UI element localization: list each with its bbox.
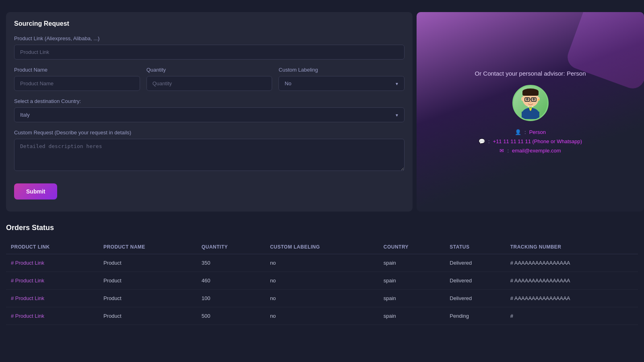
- product-name-group: Product Name: [14, 67, 140, 91]
- page-wrapper: Sourcing Request Product Link (Aliexpres…: [0, 0, 644, 362]
- svg-point-7: [533, 98, 535, 101]
- product-link-cell[interactable]: # Product Link: [11, 295, 44, 301]
- col-header-tracking-number: TRACKING NUMBER: [506, 240, 638, 254]
- cell-country: spain: [379, 307, 445, 325]
- advisor-email-label: :: [507, 148, 509, 154]
- custom-labeling-label: Custom Labeling: [279, 67, 405, 73]
- custom-request-group: Custom Request (Describe your request in…: [14, 130, 405, 172]
- svg-point-8: [530, 101, 531, 103]
- advisor-title: Or Contact your personal advisor: Person: [475, 70, 586, 77]
- col-header-country: COUNTRY: [379, 240, 445, 254]
- advisor-name-value: Person: [529, 129, 546, 135]
- orders-section: Orders Status PRODUCT LINK PRODUCT NAME …: [0, 216, 644, 333]
- advisor-phone-item: 💬 : +11 11 11 11 11 (Phone or Whatsapp): [479, 138, 582, 144]
- cell-country: spain: [379, 272, 445, 290]
- cell-status: Delivered: [445, 254, 505, 272]
- col-header-quantity: QUANTITY: [197, 240, 265, 254]
- submit-button[interactable]: Submit: [14, 183, 57, 200]
- mail-icon: ✉: [500, 148, 504, 154]
- custom-request-label: Custom Request (Describe your request in…: [14, 130, 405, 136]
- destination-country-group: Select a destination Country: Italy Spai…: [14, 98, 405, 122]
- product-link-label: Product Link (Aliexpress, Alibaba, ...): [14, 35, 405, 41]
- custom-labeling-select[interactable]: No Yes: [279, 76, 405, 91]
- orders-table-head: PRODUCT LINK PRODUCT NAME QUANTITY CUSTO…: [6, 240, 638, 254]
- svg-rect-2: [522, 91, 539, 96]
- orders-table-header-row: PRODUCT LINK PRODUCT NAME QUANTITY CUSTO…: [6, 240, 638, 254]
- cell-tracking-number: # AAAAAAAAAAAAAAAA: [506, 290, 638, 307]
- cell-quantity: 100: [197, 290, 265, 307]
- advisor-phone-value: +11 11 11 11 11 (Phone or Whatsapp): [493, 138, 582, 144]
- product-row: Product Name Quantity Custom Labeling No…: [14, 67, 405, 98]
- cell-product-name: Product: [99, 254, 197, 272]
- cell-status: Delivered: [445, 290, 505, 307]
- person-icon: 👤: [515, 129, 521, 135]
- advisor-panel: Or Contact your personal advisor: Person: [417, 12, 644, 212]
- advisor-email-item: ✉ : email@exemple.com: [500, 148, 561, 154]
- product-link-cell[interactable]: # Product Link: [11, 260, 44, 266]
- product-name-label: Product Name: [14, 67, 140, 73]
- product-link-cell[interactable]: # Product Link: [11, 313, 44, 319]
- cell-quantity: 460: [197, 272, 265, 290]
- col-header-product-name: PRODUCT NAME: [99, 240, 197, 254]
- cell-tracking-number: #: [506, 307, 638, 325]
- cell-product-name: Product: [99, 290, 197, 307]
- cell-quantity: 350: [197, 254, 265, 272]
- advisor-email-value: email@exemple.com: [512, 148, 561, 154]
- svg-point-9: [521, 97, 524, 101]
- cell-product-name: Product: [99, 272, 197, 290]
- table-row: # Product LinkProduct100nospainDelivered…: [6, 290, 638, 307]
- cell-custom-labeling: no: [265, 272, 379, 290]
- destination-country-select-wrapper: Italy Spain France Germany USA: [14, 107, 405, 122]
- destination-country-select[interactable]: Italy Spain France Germany USA: [14, 107, 405, 122]
- advisor-name-label: :: [524, 129, 526, 135]
- sourcing-form-panel: Sourcing Request Product Link (Aliexpres…: [6, 12, 413, 212]
- advisor-name-item: 👤 : Person: [515, 129, 546, 135]
- cell-custom-labeling: no: [265, 307, 379, 325]
- cell-country: spain: [379, 290, 445, 307]
- advisor-phone-label: :: [488, 138, 490, 144]
- product-name-input[interactable]: [14, 76, 140, 91]
- table-row: # Product LinkProduct350nospainDelivered…: [6, 254, 638, 272]
- orders-table-body: # Product LinkProduct350nospainDelivered…: [6, 254, 638, 325]
- cell-status: Pending: [445, 307, 505, 325]
- cell-product-name: Product: [99, 307, 197, 325]
- advisor-info: 👤 : Person 💬 : +11 11 11 11 11 (Phone or…: [479, 129, 582, 154]
- col-header-custom-labeling: CUSTOM LABELING: [265, 240, 379, 254]
- custom-labeling-group: Custom Labeling No Yes: [279, 67, 405, 91]
- quantity-label: Quantity: [147, 67, 272, 73]
- cell-tracking-number: # AAAAAAAAAAAAAAAA: [506, 272, 638, 290]
- cell-country: spain: [379, 254, 445, 272]
- top-section: Sourcing Request Product Link (Aliexpres…: [0, 0, 644, 216]
- quantity-input[interactable]: [147, 76, 272, 91]
- orders-table: PRODUCT LINK PRODUCT NAME QUANTITY CUSTO…: [6, 240, 638, 325]
- table-row: # Product LinkProduct500nospainPending#: [6, 307, 638, 325]
- cell-tracking-number: # AAAAAAAAAAAAAAAA: [506, 254, 638, 272]
- custom-request-textarea[interactable]: [14, 139, 405, 171]
- product-link-input[interactable]: [14, 45, 405, 60]
- cell-custom-labeling: no: [265, 290, 379, 307]
- product-link-cell[interactable]: # Product Link: [11, 278, 44, 284]
- destination-country-label: Select a destination Country:: [14, 98, 405, 104]
- col-header-status: STATUS: [445, 240, 505, 254]
- avatar-svg: [514, 87, 547, 119]
- cell-custom-labeling: no: [265, 254, 379, 272]
- table-row: # Product LinkProduct460nospainDelivered…: [6, 272, 638, 290]
- chat-icon: 💬: [479, 138, 485, 144]
- svg-point-11: [538, 99, 539, 101]
- quantity-group: Quantity: [147, 67, 272, 91]
- avatar: [512, 85, 549, 121]
- cell-quantity: 500: [197, 307, 265, 325]
- product-link-group: Product Link (Aliexpress, Alibaba, ...): [14, 35, 405, 60]
- form-title: Sourcing Request: [14, 20, 405, 27]
- svg-point-6: [526, 98, 528, 101]
- orders-title: Orders Status: [6, 224, 638, 232]
- col-header-product-link: PRODUCT LINK: [6, 240, 99, 254]
- custom-labeling-select-wrapper: No Yes: [279, 76, 405, 91]
- cell-status: Delivered: [445, 272, 505, 290]
